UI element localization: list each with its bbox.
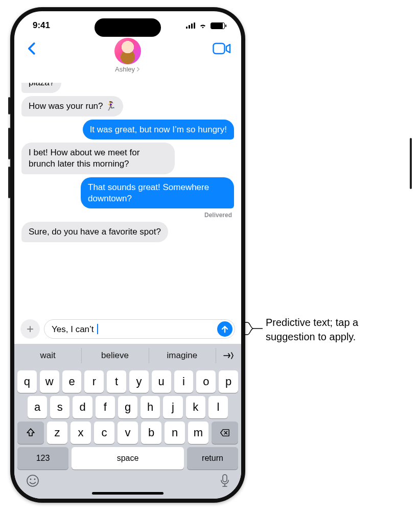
wifi-icon (198, 22, 207, 29)
cellular-signal-icon (186, 22, 195, 29)
key-t[interactable]: t (107, 370, 126, 393)
dictation-key[interactable] (220, 474, 230, 488)
text-expand-icon (223, 352, 234, 360)
message-incoming: plaza? (21, 83, 61, 93)
home-indicator[interactable] (92, 492, 164, 495)
compose-text: Yes, I can’t (52, 324, 96, 334)
key-g[interactable]: g (118, 396, 137, 418)
message-incoming: I bet! How about we meet for brunch late… (21, 143, 175, 174)
key-row-3: zxcvbnm (14, 418, 241, 444)
key-l[interactable]: l (208, 396, 228, 418)
key-u[interactable]: u (152, 370, 171, 393)
key-x[interactable]: x (71, 422, 91, 444)
keyboard: wait believe imagine qwertyuiop asdfghjk… (14, 344, 241, 499)
dynamic-island (95, 18, 161, 37)
key-b[interactable]: b (141, 422, 161, 444)
chevron-right-icon (136, 67, 141, 72)
nav-bar: Ashley (14, 40, 241, 83)
key-c[interactable]: c (94, 422, 114, 444)
shift-icon (26, 428, 36, 438)
screen: 9:41 Ashley plaza? How was your run? 🏃‍♀… (14, 11, 241, 499)
key-z[interactable]: z (47, 422, 67, 444)
space-key[interactable]: space (72, 447, 184, 470)
status-time: 9:41 (33, 20, 50, 31)
key-r[interactable]: r (84, 370, 104, 393)
key-row-2: asdfghjkl (14, 393, 241, 418)
message-outgoing: That sounds great! Somewhere downtown? (81, 177, 234, 209)
compose-bar: + Yes, I can’t (14, 319, 241, 344)
key-f[interactable]: f (96, 396, 115, 418)
callout-bracket (244, 317, 263, 340)
key-j[interactable]: j (163, 396, 182, 418)
key-k[interactable]: k (186, 396, 205, 418)
add-attachment-button[interactable]: + (20, 319, 40, 339)
send-button[interactable] (217, 321, 232, 337)
predictive-text-bar: wait believe imagine (14, 344, 241, 367)
key-w[interactable]: w (40, 370, 59, 393)
avatar (114, 38, 141, 64)
numbers-key[interactable]: 123 (17, 447, 68, 470)
arrow-up-icon (221, 325, 229, 333)
backspace-key[interactable] (212, 422, 238, 444)
key-o[interactable]: o (196, 370, 216, 393)
delivery-receipt: Delivered (21, 212, 234, 222)
key-e[interactable]: e (62, 370, 82, 393)
key-i[interactable]: i (174, 370, 194, 393)
key-a[interactable]: a (28, 396, 47, 418)
contact-name: Ashley (115, 65, 135, 73)
message-thread[interactable]: plaza? How was your run? 🏃‍♀️ It was gre… (14, 83, 241, 319)
return-key[interactable]: return (187, 447, 238, 470)
contact-header[interactable]: Ashley (14, 38, 241, 73)
key-d[interactable]: d (73, 396, 92, 418)
prediction-1[interactable]: wait (14, 344, 81, 367)
text-caret (97, 324, 98, 334)
callout-text: Predictive text; tap a suggestion to app… (266, 316, 404, 344)
battery-icon (211, 22, 225, 29)
key-m[interactable]: m (188, 422, 208, 444)
key-n[interactable]: n (165, 422, 185, 444)
message-input[interactable]: Yes, I can’t (44, 319, 235, 339)
svg-point-1 (27, 475, 38, 486)
key-y[interactable]: y (129, 370, 149, 393)
shift-key[interactable] (17, 422, 44, 444)
svg-point-2 (30, 479, 32, 480)
key-v[interactable]: v (118, 422, 138, 444)
key-p[interactable]: p (219, 370, 238, 393)
prediction-3[interactable]: imagine (149, 344, 216, 367)
prediction-2[interactable]: believe (81, 344, 148, 367)
backspace-icon (220, 428, 230, 438)
svg-point-3 (34, 479, 36, 480)
phone-frame: 9:41 Ashley plaza? How was your run? 🏃‍♀… (10, 7, 245, 503)
message-incoming: How was your run? 🏃‍♀️ (21, 96, 123, 116)
message-incoming: Sure, do you have a favorite spot? (21, 222, 168, 242)
expand-predictions-button[interactable] (216, 344, 241, 367)
key-s[interactable]: s (50, 396, 69, 418)
key-h[interactable]: h (141, 396, 160, 418)
emoji-key[interactable] (26, 474, 40, 488)
key-q[interactable]: q (17, 370, 37, 393)
key-row-4: 123 space return (14, 444, 241, 470)
key-row-1: qwertyuiop (14, 367, 241, 393)
message-outgoing: It was great, but now I’m so hungry! (83, 120, 234, 140)
svg-rect-4 (223, 475, 227, 482)
